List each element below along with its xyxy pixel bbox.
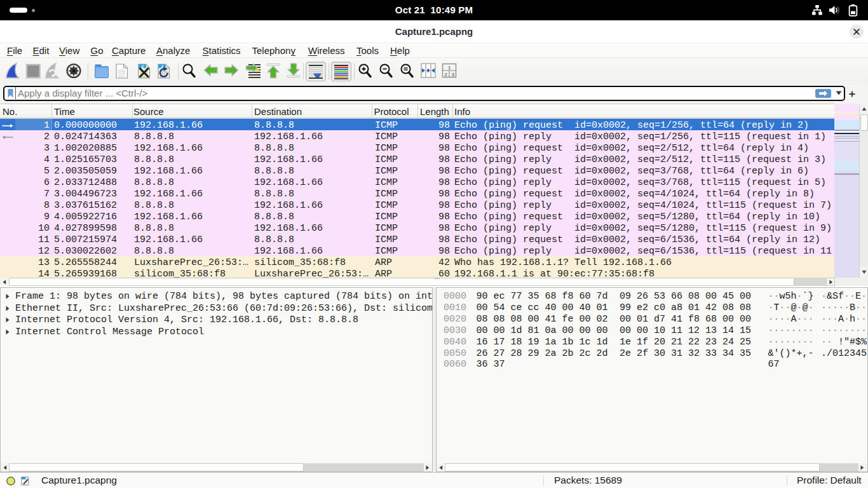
svg-text:1: 1: [448, 65, 451, 71]
svg-text:3: 3: [451, 72, 454, 78]
svg-text:2: 2: [444, 72, 447, 78]
svg-text:0111: 0111: [118, 74, 125, 78]
